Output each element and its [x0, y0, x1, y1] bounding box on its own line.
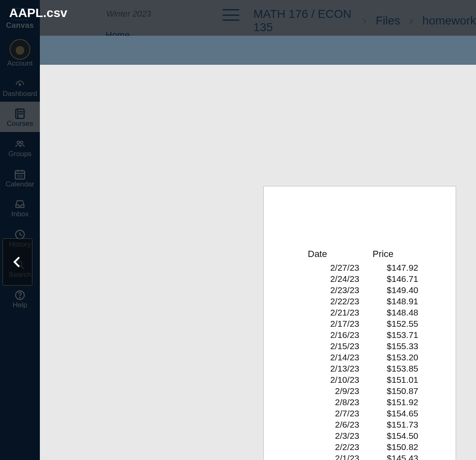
- table-row: 2/3/23$154.50: [306, 430, 431, 441]
- cell-price: $153.85: [368, 363, 418, 374]
- cell-date: 2/17/23: [306, 318, 368, 329]
- cell-price: $148.91: [368, 296, 418, 307]
- table-row: 2/17/23$152.55: [306, 318, 431, 329]
- cell-date: 2/16/23: [306, 329, 368, 340]
- cell-date: 2/22/23: [306, 296, 368, 307]
- cell-price: $151.92: [368, 396, 418, 408]
- cell-price: $154.65: [368, 408, 418, 419]
- preview-body: Date Price 2/27/23$147.922/24/23$146.712…: [40, 65, 476, 460]
- cell-price: $154.50: [368, 430, 418, 441]
- table-row: 2/14/23$153.20: [306, 352, 431, 363]
- table-row: 2/23/23$149.40: [306, 284, 431, 296]
- header-price: Price: [368, 249, 418, 259]
- previous-page-button[interactable]: [2, 238, 32, 286]
- table-row: 2/9/23$150.87: [306, 385, 431, 396]
- cell-price: $146.71: [368, 273, 418, 284]
- table-row: 2/22/23$148.91: [306, 296, 431, 307]
- table-header: Date Price: [306, 249, 431, 259]
- cell-price: $151.01: [368, 374, 418, 385]
- cell-price: $145.43: [368, 453, 418, 460]
- table-row: 2/27/23$147.92: [306, 262, 431, 273]
- preview-toolbar: [40, 36, 476, 65]
- cell-date: 2/24/23: [306, 273, 368, 284]
- cell-price: $147.92: [368, 262, 418, 273]
- cell-date: 2/15/23: [306, 340, 368, 352]
- cell-price: $150.82: [368, 441, 418, 453]
- cell-price: $153.20: [368, 352, 418, 363]
- table-row: 2/8/23$151.92: [306, 396, 431, 408]
- table-row: 2/13/23$153.85: [306, 363, 431, 374]
- cell-date: 2/2/23: [306, 441, 368, 453]
- document-page: Date Price 2/27/23$147.922/24/23$146.712…: [263, 186, 456, 460]
- cell-date: 2/1/23: [306, 453, 368, 460]
- cell-price: $153.71: [368, 329, 418, 340]
- cell-date: 2/27/23: [306, 262, 368, 273]
- header-date: Date: [306, 249, 368, 259]
- cell-date: 2/10/23: [306, 374, 368, 385]
- chevron-left-icon: [10, 252, 25, 272]
- cell-date: 2/6/23: [306, 419, 368, 430]
- cell-price: $148.48: [368, 307, 418, 318]
- table-row: 2/1/23$145.43: [306, 453, 431, 460]
- table-row: 2/15/23$155.33: [306, 340, 431, 352]
- table-row: 2/6/23$151.73: [306, 419, 431, 430]
- table-row: 2/24/23$146.71: [306, 273, 431, 284]
- cell-date: 2/14/23: [306, 352, 368, 363]
- table-row: 2/10/23$151.01: [306, 374, 431, 385]
- table-row: 2/2/23$150.82: [306, 441, 431, 453]
- cell-date: 2/7/23: [306, 408, 368, 419]
- cell-price: $151.73: [368, 419, 418, 430]
- cell-date: 2/13/23: [306, 363, 368, 374]
- cell-price: $150.87: [368, 385, 418, 396]
- cell-price: $155.33: [368, 340, 418, 352]
- cell-date: 2/3/23: [306, 430, 368, 441]
- cell-price: $149.40: [368, 284, 418, 296]
- cell-date: 2/21/23: [306, 307, 368, 318]
- table-row: 2/7/23$154.65: [306, 408, 431, 419]
- table-row: 2/21/23$148.48: [306, 307, 431, 318]
- cell-date: 2/23/23: [306, 284, 368, 296]
- cell-price: $152.55: [368, 318, 418, 329]
- price-table: Date Price 2/27/23$147.922/24/23$146.712…: [306, 249, 431, 460]
- cell-date: 2/8/23: [306, 396, 368, 408]
- cell-date: 2/9/23: [306, 385, 368, 396]
- table-row: 2/16/23$153.71: [306, 329, 431, 340]
- file-title: AAPL.csv: [9, 6, 67, 20]
